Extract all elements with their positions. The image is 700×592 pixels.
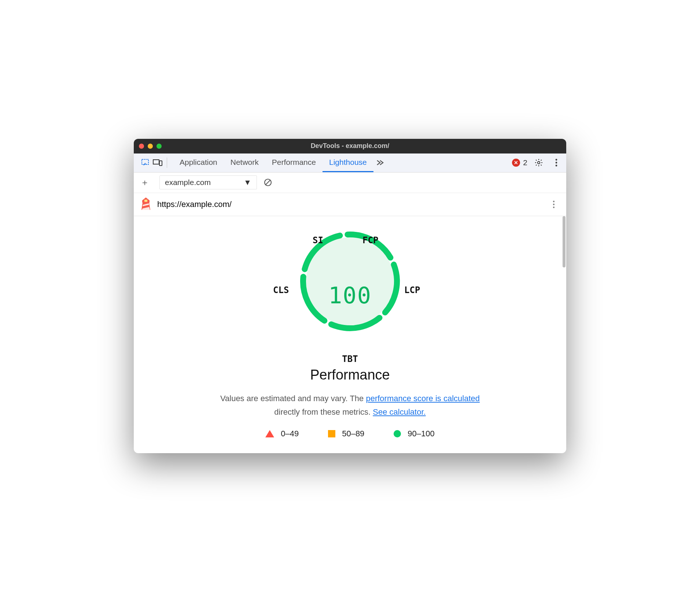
new-audit-button[interactable]: ＋ xyxy=(139,177,151,188)
error-icon: ✕ xyxy=(512,159,520,167)
desc-prefix: Values are estimated and may vary. The xyxy=(220,394,366,403)
inspect-element-icon[interactable] xyxy=(139,156,151,169)
window-controls xyxy=(139,144,162,149)
svg-point-4 xyxy=(556,159,557,161)
svg-rect-1 xyxy=(153,160,159,164)
scrollbar[interactable] xyxy=(563,216,565,267)
performance-score: 100 xyxy=(328,282,372,309)
report-body: SI FCP LCP TBT CLS 100 Performance Value… xyxy=(134,216,566,454)
desc-middle: directly from these metrics. xyxy=(274,407,373,417)
svg-point-17 xyxy=(306,237,394,325)
tab-application[interactable]: Application xyxy=(173,153,224,172)
legend-avg-label: 50–89 xyxy=(342,429,364,439)
legend-good: 90–100 xyxy=(394,429,434,439)
legend-bad: 0–49 xyxy=(265,429,299,439)
clear-audit-button[interactable] xyxy=(262,177,274,188)
minimize-window-button[interactable] xyxy=(148,144,153,149)
site-select-label: example.com xyxy=(165,178,211,187)
legend-bad-label: 0–49 xyxy=(281,429,299,439)
section-title: Performance xyxy=(310,367,390,383)
report-header: https://example.com/ xyxy=(134,193,566,216)
svg-point-6 xyxy=(556,165,557,167)
square-icon xyxy=(328,430,335,437)
menu-icon[interactable] xyxy=(550,156,563,169)
error-badge[interactable]: ✕ 2 xyxy=(512,158,527,167)
more-tabs-icon[interactable] xyxy=(373,156,386,169)
titlebar: DevTools - example.com/ xyxy=(134,139,566,153)
score-calc-link[interactable]: performance score is calculated xyxy=(366,394,480,403)
tab-performance[interactable]: Performance xyxy=(265,153,323,172)
gauge-ring: SI FCP LCP TBT CLS 100 xyxy=(269,226,431,366)
svg-line-8 xyxy=(266,180,270,185)
divider xyxy=(167,158,167,168)
devtools-toolbar: Application Network Performance Lighthou… xyxy=(134,153,566,173)
triangle-icon xyxy=(265,430,274,437)
performance-gauge: SI FCP LCP TBT CLS 100 Performance Value… xyxy=(148,225,552,439)
metric-label-tbt: TBT xyxy=(342,354,358,364)
svg-point-15 xyxy=(553,203,555,205)
metric-label-fcp: FCP xyxy=(362,235,378,245)
error-count: 2 xyxy=(523,158,527,167)
legend-avg: 50–89 xyxy=(328,429,364,439)
see-calculator-link[interactable]: See calculator. xyxy=(373,407,425,417)
metric-label-si: SI xyxy=(313,235,323,245)
legend-good-label: 90–100 xyxy=(408,429,434,439)
settings-icon[interactable] xyxy=(533,156,545,169)
tab-lighthouse[interactable]: Lighthouse xyxy=(323,153,373,172)
lighthouse-logo-icon xyxy=(140,197,151,211)
device-toggle-icon[interactable] xyxy=(151,156,164,169)
panel-tabs: Application Network Performance Lighthou… xyxy=(173,153,512,172)
zoom-window-button[interactable] xyxy=(156,144,162,149)
circle-icon xyxy=(394,430,401,437)
tab-network[interactable]: Network xyxy=(224,153,265,172)
window-title: DevTools - example.com/ xyxy=(134,142,566,150)
close-window-button[interactable] xyxy=(139,144,144,149)
svg-point-16 xyxy=(553,206,555,208)
svg-point-5 xyxy=(556,162,557,164)
svg-rect-10 xyxy=(144,200,147,202)
devtools-window: DevTools - example.com/ Application Netw… xyxy=(134,139,566,454)
audit-toolbar: ＋ example.com ▼ xyxy=(134,173,566,193)
metric-label-cls: CLS xyxy=(273,285,289,295)
metric-label-lcp: LCP xyxy=(404,285,420,295)
report-menu-icon[interactable] xyxy=(548,199,560,210)
audited-url: https://example.com/ xyxy=(157,200,548,209)
site-select[interactable]: example.com ▼ xyxy=(159,175,257,189)
svg-point-3 xyxy=(538,162,540,164)
dropdown-icon: ▼ xyxy=(244,178,251,187)
svg-point-14 xyxy=(553,200,555,202)
score-legend: 0–49 50–89 90–100 xyxy=(265,429,435,439)
svg-rect-2 xyxy=(159,161,162,166)
description: Values are estimated and may vary. The p… xyxy=(220,392,480,419)
toolbar-right: ✕ 2 xyxy=(512,156,563,169)
